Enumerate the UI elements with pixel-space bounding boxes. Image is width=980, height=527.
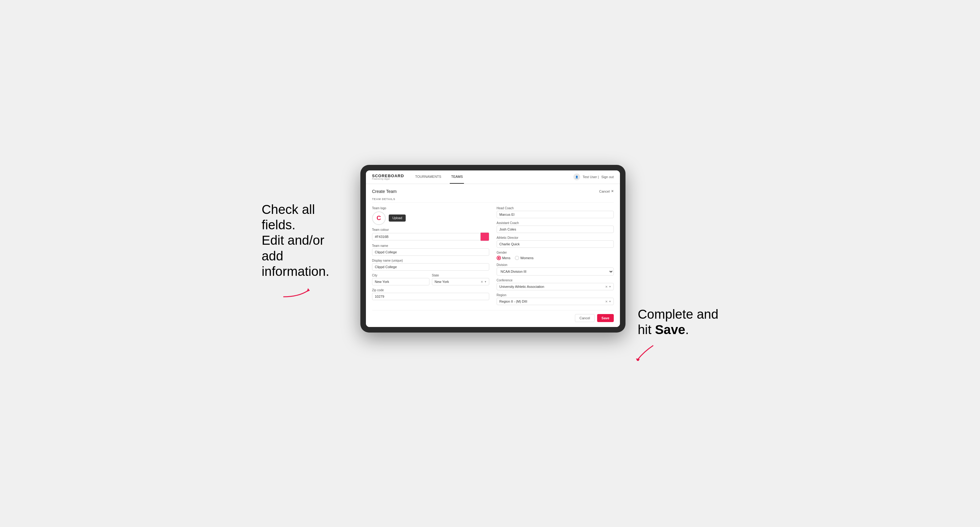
zip-input[interactable]	[372, 293, 489, 300]
head-coach-input[interactable]	[496, 211, 614, 218]
header-cancel-icon: ✕	[611, 189, 614, 193]
nav-user-text: Test User |	[583, 175, 599, 179]
navigation-bar: SCOREBOARD Powered by clippd TOURNAMENTS…	[366, 170, 620, 184]
gender-radio-group: Mens Womens	[496, 256, 614, 260]
upload-button[interactable]: Upload	[389, 214, 406, 222]
display-name-field: Display name (unique)	[372, 259, 489, 271]
conference-clear-icon[interactable]: ✕	[605, 285, 608, 288]
region-label: Region	[496, 294, 614, 297]
mens-label: Mens	[502, 256, 511, 260]
division-select[interactable]: NCAA Division III	[496, 268, 614, 276]
team-name-field: Team name	[372, 244, 489, 256]
form-left-column: Team logo C Upload Team colour	[372, 206, 489, 305]
gender-label: Gender	[496, 251, 614, 254]
city-state-row: City State New York ✕	[372, 274, 489, 286]
annotation-right-line2-suffix: .	[685, 322, 689, 337]
region-select[interactable]: Region II - (M) DIII	[496, 298, 614, 305]
conference-select-wrapper: University Athletic Association ✕ ▼	[496, 283, 614, 290]
header-cancel-label: Cancel	[599, 189, 610, 193]
team-colour-field: Team colour	[372, 228, 489, 241]
assistant-coach-input[interactable]	[496, 225, 614, 233]
state-label: State	[432, 274, 489, 277]
head-coach-label: Head Coach	[496, 206, 614, 210]
team-colour-input[interactable]	[372, 233, 480, 240]
nav-tournaments[interactable]: TOURNAMENTS	[414, 170, 443, 184]
form-right-column: Head Coach Assistant Coach Athletic Dire…	[496, 206, 614, 305]
sign-out-link[interactable]: Sign out	[601, 175, 614, 179]
display-name-label: Display name (unique)	[372, 259, 489, 262]
region-select-wrapper: Region II - (M) DIII ✕ ▼	[496, 298, 614, 305]
app-logo: SCOREBOARD Powered by clippd	[372, 174, 404, 180]
logo-upload-area: C Upload	[372, 211, 489, 225]
header-cancel-button[interactable]: Cancel ✕	[599, 189, 614, 193]
conference-select[interactable]: University Athletic Association	[496, 283, 614, 290]
user-avatar: 👤	[573, 173, 580, 180]
page-title: Create Team	[372, 189, 397, 194]
team-logo-circle: C	[372, 211, 386, 225]
city-input[interactable]	[372, 278, 430, 286]
division-select-wrapper: NCAA Division III ▼	[496, 268, 614, 276]
tablet-device: SCOREBOARD Powered by clippd TOURNAMENTS…	[360, 165, 625, 333]
page-header: Create Team Cancel ✕	[372, 189, 614, 194]
form-footer: Cancel Save	[372, 310, 614, 322]
tablet-screen: SCOREBOARD Powered by clippd TOURNAMENTS…	[366, 170, 620, 327]
conference-label: Conference	[496, 279, 614, 282]
annotation-right: Complete and hit Save.	[638, 165, 719, 362]
region-field: Region Region II - (M) DIII ✕ ▼	[496, 294, 614, 305]
annotation-line3: information.	[262, 264, 329, 279]
athletic-director-input[interactable]	[496, 240, 614, 248]
mens-radio-dot[interactable]	[496, 256, 501, 260]
arrow-left-icon	[280, 284, 317, 300]
colour-swatch[interactable]	[480, 232, 489, 241]
state-field: State New York ✕ ▼	[432, 274, 489, 286]
state-clear-icon[interactable]: ✕	[480, 280, 483, 283]
assistant-coach-label: Assistant Coach	[496, 221, 614, 225]
womens-label: Womens	[520, 256, 534, 260]
team-logo-field: Team logo C Upload	[372, 206, 489, 225]
section-label: TEAM DETAILS	[372, 198, 614, 203]
city-field: City	[372, 274, 430, 286]
annotation-line1: Check all fields.	[262, 202, 315, 232]
gender-field: Gender Mens Womens	[496, 251, 614, 260]
athletic-director-field: Athletic Director	[496, 236, 614, 248]
division-label: Division	[496, 263, 614, 267]
display-name-input[interactable]	[372, 263, 489, 271]
save-button[interactable]: Save	[597, 314, 614, 322]
team-colour-label: Team colour	[372, 228, 489, 232]
zip-label: Zip code	[372, 289, 489, 292]
team-name-label: Team name	[372, 244, 489, 248]
division-field: Division NCAA Division III ▼	[496, 263, 614, 276]
womens-radio-dot[interactable]	[515, 256, 519, 260]
nav-right-area: 👤 Test User | Sign out	[573, 173, 614, 180]
athletic-director-label: Athletic Director	[496, 236, 614, 240]
state-select-wrapper: New York ✕ ▼	[432, 278, 489, 286]
svg-marker-1	[636, 359, 640, 361]
gender-mens-option[interactable]: Mens	[496, 256, 511, 260]
content-area: Create Team Cancel ✕ TEAM DETAILS Team l…	[366, 184, 620, 327]
annotation-right-line2-prefix: hit	[638, 322, 655, 337]
cancel-button[interactable]: Cancel	[575, 314, 595, 322]
logo-sub: Powered by clippd	[372, 178, 404, 180]
team-name-input[interactable]	[372, 248, 489, 256]
annotation-line2: Edit and/or add	[262, 233, 324, 263]
gender-womens-option[interactable]: Womens	[515, 256, 534, 260]
nav-teams[interactable]: TEAMS	[450, 170, 464, 184]
conference-field: Conference University Athletic Associati…	[496, 279, 614, 290]
city-state-group: City State New York ✕	[372, 274, 489, 286]
team-logo-label: Team logo	[372, 206, 489, 210]
annotation-left: Check all fields. Edit and/or add inform…	[262, 165, 348, 301]
form-grid: Team logo C Upload Team colour	[372, 206, 614, 305]
head-coach-field: Head Coach	[496, 206, 614, 218]
logo-text: SCOREBOARD	[372, 174, 404, 178]
arrow-right-icon	[632, 342, 662, 361]
region-clear-icon[interactable]: ✕	[605, 300, 608, 303]
annotation-save-bold: Save	[655, 322, 685, 337]
assistant-coach-field: Assistant Coach	[496, 221, 614, 233]
zip-field: Zip code	[372, 289, 489, 300]
svg-marker-0	[307, 288, 310, 292]
colour-input-row	[372, 232, 489, 241]
city-label: City	[372, 274, 430, 277]
annotation-right-line1: Complete and	[638, 307, 719, 321]
